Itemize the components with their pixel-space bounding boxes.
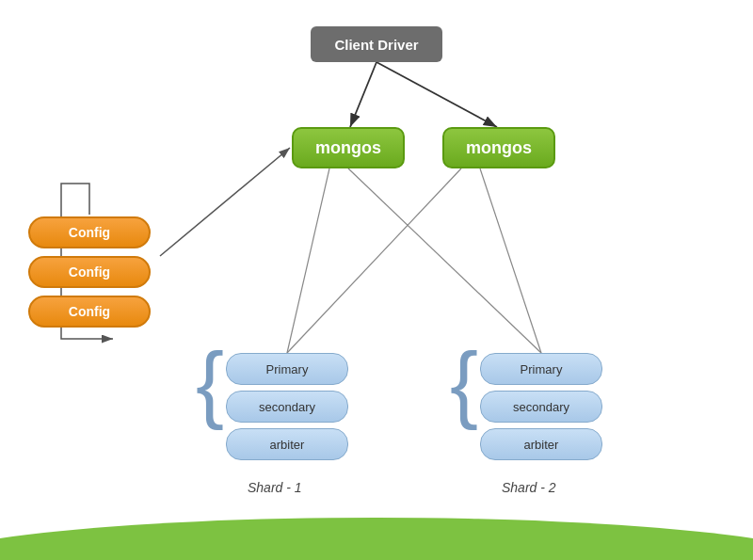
shard2-arbiter-node: arbiter: [480, 428, 602, 460]
shard-2-label: Shard - 2: [502, 480, 556, 495]
shard2-secondary-label: secondary: [513, 400, 569, 414]
svg-line-2: [350, 62, 376, 127]
shard1-arbiter-label: arbiter: [270, 438, 305, 452]
shard1-arbiter-node: arbiter: [226, 428, 348, 460]
config-2-label: Config: [69, 264, 110, 280]
svg-point-9: [0, 518, 753, 560]
svg-line-7: [287, 168, 461, 353]
mongos-1-node: mongos: [292, 127, 405, 168]
shard2-secondary-node: secondary: [480, 391, 602, 423]
config-1-node: Config: [28, 216, 151, 248]
config-3-label: Config: [69, 304, 110, 319]
svg-line-4: [160, 148, 290, 256]
shard1-primary-node: Primary: [226, 353, 348, 385]
client-driver-node: Client Driver: [311, 26, 442, 62]
mongos-2-label: mongos: [466, 138, 532, 158]
svg-line-8: [480, 168, 541, 353]
bottom-wave: [0, 504, 753, 560]
svg-line-6: [348, 168, 541, 353]
shard2-primary-label: Primary: [521, 362, 563, 376]
shard1-secondary-label: secondary: [259, 400, 315, 414]
mongos-2-node: mongos: [442, 127, 555, 168]
config-1-label: Config: [69, 225, 110, 240]
mongos-1-label: mongos: [315, 138, 381, 158]
shard2-arbiter-label: arbiter: [524, 438, 559, 452]
client-driver-label: Client Driver: [334, 37, 418, 53]
shard-2-brace: {: [450, 341, 478, 425]
shard1-primary-label: Primary: [266, 362, 309, 376]
config-2-node: Config: [28, 256, 151, 288]
shard2-primary-node: Primary: [480, 353, 602, 385]
svg-line-3: [376, 62, 497, 127]
config-3-node: Config: [28, 296, 151, 328]
shard1-secondary-node: secondary: [226, 391, 348, 423]
shard-1-label: Shard - 1: [248, 480, 302, 495]
shard-1-brace: {: [196, 341, 224, 425]
diagram-container: Client Driver mongos mongos Config Confi…: [0, 0, 753, 560]
svg-line-5: [287, 168, 329, 353]
